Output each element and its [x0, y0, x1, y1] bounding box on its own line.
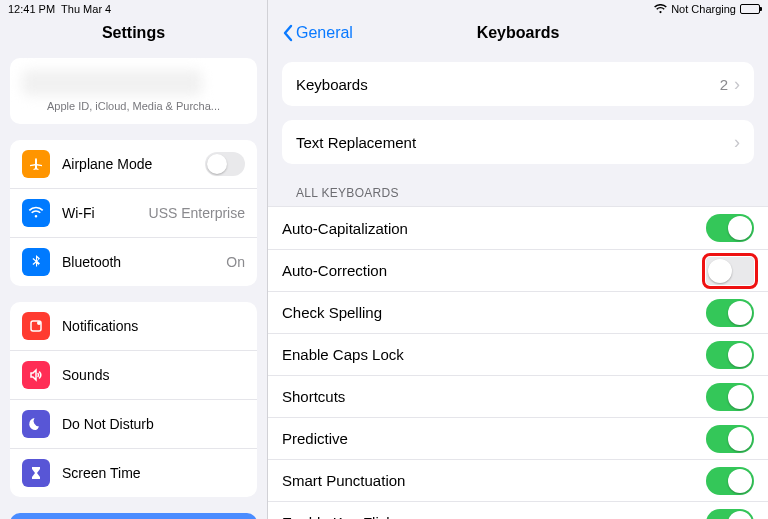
auto-correction-toggle[interactable] [706, 257, 754, 285]
keyboards-label: Keyboards [296, 76, 720, 93]
row-shortcuts[interactable]: Shortcuts [268, 375, 768, 417]
hourglass-icon [22, 459, 50, 487]
svg-point-1 [37, 321, 41, 325]
notifications-label: Notifications [62, 318, 245, 334]
check-spelling-label: Check Spelling [282, 304, 706, 321]
sidebar-item-dnd[interactable]: Do Not Disturb [10, 399, 257, 448]
row-predictive[interactable]: Predictive [268, 417, 768, 459]
auto-cap-label: Auto-Capitalization [282, 220, 706, 237]
airplane-icon [22, 150, 50, 178]
chevron-right-icon: › [734, 133, 740, 151]
chevron-right-icon: › [734, 75, 740, 93]
predictive-toggle[interactable] [706, 425, 754, 453]
sidebar-item-airplane-mode[interactable]: Airplane Mode [10, 140, 257, 188]
sidebar-item-sounds[interactable]: Sounds [10, 350, 257, 399]
dnd-label: Do Not Disturb [62, 416, 245, 432]
sidebar-item-apple-id[interactable]: Apple ID, iCloud, Media & Purcha... [10, 58, 257, 124]
section-header-all-keyboards: ALL KEYBOARDS [296, 186, 768, 200]
airplane-toggle[interactable] [205, 152, 245, 176]
sounds-icon [22, 361, 50, 389]
check-spelling-toggle[interactable] [706, 299, 754, 327]
moon-icon [22, 410, 50, 438]
smart-punct-toggle[interactable] [706, 467, 754, 495]
shortcuts-label: Shortcuts [282, 388, 706, 405]
text-replacement-label: Text Replacement [296, 134, 734, 151]
wifi-icon [22, 199, 50, 227]
sidebar-item-bluetooth[interactable]: Bluetooth On [10, 237, 257, 286]
status-date: Thu Mar 4 [61, 3, 111, 15]
bluetooth-icon [22, 248, 50, 276]
auto-correction-label: Auto-Correction [282, 262, 706, 279]
status-time: 12:41 PM [8, 3, 55, 15]
settings-sidebar: Settings Apple ID, iCloud, Media & Purch… [0, 0, 268, 519]
status-charge: Not Charging [671, 3, 736, 15]
predictive-label: Predictive [282, 430, 706, 447]
bluetooth-value: On [226, 254, 245, 270]
back-button[interactable]: General [282, 24, 353, 42]
shortcuts-toggle[interactable] [706, 383, 754, 411]
caps-lock-label: Enable Caps Lock [282, 346, 706, 363]
keyboards-count: 2 [720, 76, 728, 93]
row-check-spelling[interactable]: Check Spelling [268, 291, 768, 333]
wifi-icon [654, 4, 667, 14]
smart-punct-label: Smart Punctuation [282, 472, 706, 489]
wifi-label: Wi-Fi [62, 205, 149, 221]
key-flicks-label: Enable Key Flicks [282, 514, 706, 519]
sidebar-item-screen-time[interactable]: Screen Time [10, 448, 257, 497]
sidebar-item-notifications[interactable]: Notifications [10, 302, 257, 350]
row-keyboards[interactable]: Keyboards 2 › [282, 62, 754, 106]
row-auto-correction[interactable]: Auto-Correction [268, 249, 768, 291]
main-panel: General Keyboards Keyboards 2 › Text Rep… [268, 0, 768, 519]
sidebar-item-general[interactable]: General [10, 513, 257, 519]
chevron-left-icon [282, 24, 294, 42]
notifications-icon [22, 312, 50, 340]
screentime-label: Screen Time [62, 465, 245, 481]
sidebar-item-wifi[interactable]: Wi-Fi USS Enterprise [10, 188, 257, 237]
row-key-flicks[interactable]: Enable Key Flicks [268, 501, 768, 519]
status-bar: 12:41 PM Thu Mar 4 Not Charging [0, 0, 768, 18]
row-auto-capitalization[interactable]: Auto-Capitalization [268, 207, 768, 249]
sounds-label: Sounds [62, 367, 245, 383]
bluetooth-label: Bluetooth [62, 254, 226, 270]
caps-lock-toggle[interactable] [706, 341, 754, 369]
battery-icon [740, 4, 760, 14]
back-label: General [296, 24, 353, 42]
airplane-label: Airplane Mode [62, 156, 205, 172]
wifi-value: USS Enterprise [149, 205, 245, 221]
row-text-replacement[interactable]: Text Replacement › [282, 120, 754, 164]
auto-cap-toggle[interactable] [706, 214, 754, 242]
row-smart-punctuation[interactable]: Smart Punctuation [268, 459, 768, 501]
apple-id-subtitle: Apple ID, iCloud, Media & Purcha... [47, 100, 220, 112]
row-caps-lock[interactable]: Enable Caps Lock [268, 333, 768, 375]
key-flicks-toggle[interactable] [706, 509, 754, 520]
